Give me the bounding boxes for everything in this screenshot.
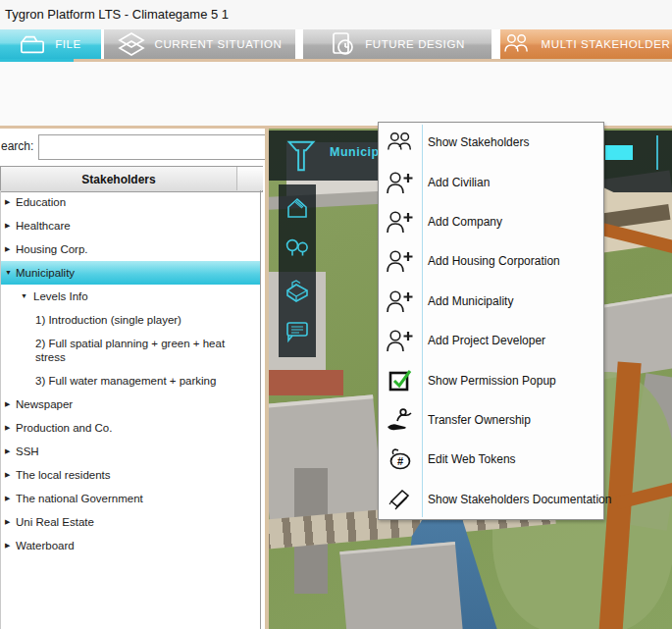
menu-item-edit-web-tokens[interactable]: # Edit Web Tokens (379, 440, 603, 479)
person-plus-icon (379, 170, 422, 195)
budget-indicator (605, 145, 633, 160)
menu-item-label: Add Project Developer (422, 334, 545, 347)
menu-item-label: Show Stakeholders (422, 135, 529, 149)
tygron-logo-icon (281, 135, 322, 177)
ribbon-toolbar: Test Run Level: 1) Introduction (single … (0, 62, 672, 126)
menu-item-label: Show Permission Popup (422, 374, 556, 388)
tab-file[interactable]: FILE (0, 29, 101, 59)
tree-item-healthcare[interactable]: ▶ Healthcare (1, 214, 260, 237)
tab-current-situation-label: CURRENT SITUATION (155, 38, 283, 50)
tree-item-production-and-co[interactable]: ▶ Production and Co. (1, 416, 260, 440)
menu-item-add-company[interactable]: Add Company (379, 202, 603, 241)
tree-item-levels-info[interactable]: ▼ Levels Info (1, 285, 260, 308)
stakeholder-tree: ▶ Education ▶ Healthcare ▶ Housing Corp.… (0, 190, 261, 629)
tab-future-design[interactable]: FUTURE DESIGN (303, 29, 491, 59)
tree-item-label: Municipality (16, 261, 75, 285)
tree-item-uni-real-estate[interactable]: ▶ Uni Real Estate (1, 510, 260, 534)
tree-item-newspaper[interactable]: ▶ Newspaper (1, 393, 260, 416)
search-label: earch: (1, 139, 33, 153)
tree-item-label: Newspaper (16, 393, 73, 416)
tree-item-level-1[interactable]: 1) Introduction (single player) (1, 308, 260, 332)
tree-item-waterboard[interactable]: ▶ Waterboard (1, 534, 260, 557)
triangle-right-icon[interactable]: ▶ (5, 463, 10, 487)
sidebar-header-label: Stakeholders (1, 167, 236, 191)
house-tool-icon[interactable] (284, 193, 311, 225)
person-plus-icon (379, 288, 422, 314)
window-title: Tygron Platform LTS - Climategame 5 1 (5, 7, 229, 22)
stakeholders-sidebar: earch: Stakeholders ▶ Education ▶ Health… (0, 129, 265, 629)
triangle-right-icon[interactable]: ▶ (5, 237, 10, 261)
buildings-tool-icon[interactable] (284, 275, 311, 306)
menu-item-add-municipality[interactable]: Add Municipality (379, 282, 603, 321)
tree-item-label: Healthcare (16, 214, 71, 237)
hand-key-icon (379, 406, 422, 434)
map-building (339, 542, 462, 629)
tree-item-label: Uni Real Estate (16, 510, 94, 534)
tree-item-level-2[interactable]: 2) Full spatial planning + green + heat … (1, 332, 260, 369)
people-group-icon (502, 32, 532, 56)
sidebar-header[interactable]: Stakeholders (0, 166, 263, 192)
tab-multi-stakeholder-label: MULTI STAKEHOLDER (542, 38, 671, 50)
svg-text:#: # (397, 455, 403, 467)
menu-item-label: Edit Web Tokens (422, 452, 516, 466)
tree-item-label: Housing Corp. (16, 237, 88, 261)
menu-item-show-stakeholders-documentation[interactable]: Show Stakeholders Documentation (379, 480, 603, 519)
book-icon (379, 486, 422, 513)
people-group-icon (379, 130, 422, 155)
menu-item-show-stakeholders[interactable]: Show Stakeholders (379, 123, 603, 162)
tab-current-situation[interactable]: CURRENT SITUATION (104, 29, 295, 59)
person-plus-icon (379, 209, 422, 235)
tree-item-label: 2) Full spatial planning + green + heat … (35, 337, 243, 364)
sidebar-header-button[interactable] (236, 167, 263, 190)
checkbox-check-icon (379, 367, 422, 393)
tree-item-label: Production and Co. (16, 416, 112, 440)
triangle-down-icon[interactable]: ▼ (5, 261, 12, 285)
menu-item-transfer-ownership[interactable]: Transfer Ownership (379, 400, 603, 440)
tree-item-label: Waterboard (16, 534, 75, 557)
menu-item-add-project-developer[interactable]: Add Project Developer (379, 321, 603, 360)
menu-item-label: Add Civilian (422, 176, 490, 189)
triangle-right-icon[interactable]: ▶ (5, 190, 10, 214)
tree-item-label: 1) Introduction (single player) (35, 308, 243, 332)
tree-item-label: 3) Full water management + parking (35, 369, 243, 393)
tree-item-label: SSH (16, 440, 39, 463)
map-side-toolbar[interactable] (279, 184, 316, 357)
triangle-down-icon[interactable]: ▼ (21, 285, 27, 308)
folder-icon (20, 32, 45, 56)
tree-item-municipality[interactable]: ▼ Municipality (1, 261, 260, 285)
tree-item-ssh[interactable]: ▶ SSH (1, 440, 260, 463)
triangle-right-icon[interactable]: ▶ (5, 487, 10, 510)
tree-item-education[interactable]: ▶ Education (1, 190, 260, 214)
tab-future-design-label: FUTURE DESIGN (365, 38, 465, 50)
menu-item-add-housing-corporation[interactable]: Add Housing Corporation (379, 241, 603, 281)
tree-item-label: The local residents (16, 463, 111, 487)
hash-circle-icon: # (379, 446, 422, 472)
menu-item-add-civilian[interactable]: Add Civilian (379, 162, 603, 201)
triangle-right-icon[interactable]: ▶ (5, 510, 10, 534)
chat-tool-icon[interactable] (284, 317, 311, 348)
triangle-right-icon[interactable]: ▶ (5, 393, 10, 416)
tree-item-level-3[interactable]: 3) Full water management + parking (1, 369, 260, 393)
tree-item-label: Levels Info (33, 285, 88, 308)
triangle-right-icon[interactable]: ▶ (5, 416, 10, 440)
menu-item-show-permission-popup[interactable]: Show Permission Popup (379, 360, 603, 399)
tab-multi-stakeholder[interactable]: MULTI STAKEHOLDER (500, 29, 672, 59)
search-input[interactable] (38, 134, 268, 160)
triangle-right-icon[interactable]: ▶ (5, 534, 10, 557)
hud-divider (656, 135, 658, 170)
menu-item-label: Show Stakeholders Documentation (422, 493, 611, 506)
titlebar: Tygron Platform LTS - Climategame 5 1 (0, 0, 672, 29)
tree-item-housing-corp[interactable]: ▶ Housing Corp. (1, 237, 260, 261)
map-red-patio (269, 370, 343, 395)
menu-item-label: Add Municipality (422, 294, 513, 308)
triangle-right-icon[interactable]: ▶ (5, 440, 10, 463)
person-plus-icon (379, 328, 422, 353)
triangle-right-icon[interactable]: ▶ (5, 214, 10, 237)
stakeholders-dropdown-menu: Show Stakeholders Add Civilian Add Com (378, 122, 604, 520)
menu-item-label: Add Housing Corporation (422, 254, 560, 268)
app-window: Tygron Platform LTS - Climategame 5 1 FI… (0, 0, 672, 629)
tree-item-the-national-government[interactable]: ▶ The national Government (1, 487, 260, 510)
trees-tool-icon[interactable] (284, 236, 311, 265)
tree-item-the-local-residents[interactable]: ▶ The local residents (1, 463, 260, 487)
tree-item-label: The national Government (16, 487, 143, 510)
